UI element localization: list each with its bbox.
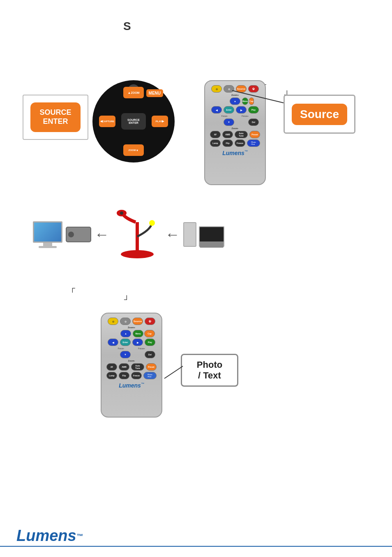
- remote-top: ⊙ ⊙ Source ⏻ Zoom+ ▲ Menu Cap ◀ Enter ▶: [204, 80, 266, 185]
- freeze-btn-b[interactable]: Freeze: [131, 372, 142, 379]
- flip-btn[interactable]: Flip: [222, 139, 233, 147]
- lumens-logo: Lumens™: [16, 527, 83, 545]
- settings-btn[interactable]: ⊙: [224, 85, 234, 93]
- remote-brand-text-bottom: Lumens: [119, 382, 141, 389]
- top-section-marker: S: [123, 20, 131, 33]
- play-label: PLAY: [156, 120, 162, 123]
- monitor-icon: [33, 221, 62, 243]
- capture-button[interactable]: ◀ CAPTURE: [99, 116, 115, 127]
- source-btn-remote[interactable]: Source: [236, 85, 247, 93]
- lumens-tm: ™: [76, 533, 83, 540]
- dpad-diagram: ⏻ ▲ ZOOM MENU SOURCE ENTER ◀ CAPTURE PLA…: [92, 80, 183, 171]
- preset-btn-b[interactable]: Preset: [146, 363, 157, 371]
- auto-tune-btn-b[interactable]: AutoTune: [131, 363, 144, 371]
- del-btn-b[interactable]: Del: [145, 351, 155, 358]
- enter-btn-b[interactable]: Enter: [120, 339, 131, 346]
- play-button[interactable]: PLAY ▶: [152, 116, 168, 127]
- remote-lumens-brand-bottom: Lumens™: [119, 382, 144, 389]
- power-btn-b[interactable]: ⏻: [145, 318, 155, 325]
- af-btn[interactable]: AF: [210, 131, 221, 138]
- play-btn-remote[interactable]: Play: [248, 106, 259, 114]
- awb-btn[interactable]: AWB: [222, 131, 233, 138]
- bracket-close-2: ┘: [124, 295, 129, 304]
- text-label: / Text: [197, 370, 222, 381]
- page: S ┌ ┘ SOURCE ENTER ⏻ ▲ ZOOM MENU SOURCE …: [0, 0, 392, 557]
- nav-up-btn[interactable]: ▲: [230, 97, 240, 105]
- af-btn-b[interactable]: AF: [106, 363, 117, 371]
- source-label: SOURCE: [39, 108, 71, 117]
- zoom-up-button[interactable]: ▲ ZOOM: [123, 87, 144, 98]
- monitor-base: [39, 246, 57, 248]
- freeze-btn[interactable]: Freeze: [235, 139, 245, 147]
- circular-dpad: ⏻ ▲ ZOOM MENU SOURCE ENTER ◀ CAPTURE PLA…: [92, 80, 175, 162]
- zoom-minus-label-b: Zoom-: [128, 360, 135, 362]
- focus-row-b: Focus- Focus+: [118, 347, 145, 350]
- photo-text-label: Photo / Text: [197, 360, 222, 381]
- photo-text-badge: Photo / Text: [181, 354, 238, 387]
- connector-line-2: [164, 366, 183, 378]
- svg-rect-1: [136, 222, 139, 253]
- zoom-down-button[interactable]: ZOOM ▼: [123, 144, 144, 156]
- nav-down-btn[interactable]: ▼: [224, 118, 234, 126]
- power-btn-remote[interactable]: ⏻: [248, 85, 259, 93]
- brightness-btn-b[interactable]: ⊙: [108, 318, 118, 325]
- remote-lumens-brand-top: Lumens™: [222, 150, 248, 156]
- preset-btn[interactable]: Preset: [249, 131, 260, 138]
- bottom-divider: [0, 546, 392, 547]
- settings-btn-b[interactable]: ⊙: [120, 318, 131, 325]
- nav-up-btn-b[interactable]: ▲: [120, 330, 131, 337]
- connection-diagram: ← ←: [33, 206, 376, 263]
- remote-top-row: ⊙ ⊙ Source ⏻: [211, 85, 259, 93]
- remote-detail-bottom: ⊙ ⊙ Source ⏻ Zoom+ ▲ Menu Cap ◀ Enter ▶ …: [101, 313, 162, 418]
- af-row: AF AWB AutoTune Preset: [210, 131, 260, 138]
- auto-tune-btn[interactable]: AutoTune: [235, 131, 248, 138]
- play-btn-b[interactable]: Play: [145, 339, 155, 346]
- del-btn[interactable]: Del: [248, 118, 259, 126]
- source-enter-button[interactable]: SOURCE ENTER: [30, 102, 80, 132]
- source-btn-b[interactable]: Source: [132, 318, 143, 325]
- source-enter-dpad[interactable]: SOURCE ENTER: [121, 113, 146, 130]
- flip-btn-b[interactable]: Flip: [119, 372, 129, 379]
- lamp-btn-b[interactable]: Lamp: [106, 372, 117, 379]
- zoom-up-label: ZOOM: [131, 91, 139, 94]
- brightness-btn[interactable]: ⊙: [211, 85, 222, 93]
- awb-btn-b[interactable]: AWB: [119, 363, 129, 371]
- remote-brand-text-top: Lumens: [222, 150, 244, 156]
- menu-button[interactable]: MENU: [146, 89, 163, 97]
- nav-down-row-b: ▼ Del: [108, 351, 155, 358]
- svg-point-4: [149, 220, 155, 226]
- menu-btn-remote[interactable]: Menu: [242, 97, 248, 105]
- source-badge-box: Source: [284, 95, 355, 134]
- nav-right-btn-b[interactable]: ▶: [132, 339, 143, 346]
- lamp-row: Lamp Flip Freeze Photo/Text: [210, 139, 260, 147]
- nav-row-1b: ▲ Menu Cap: [108, 330, 155, 337]
- lamp-btn[interactable]: Lamp: [210, 139, 221, 147]
- computer-device: [183, 222, 224, 247]
- zoom-minus-label: Zoom-: [232, 127, 239, 130]
- capture-btn-b[interactable]: Cap: [144, 330, 155, 337]
- lumens-logo-text: Lumens: [16, 527, 76, 544]
- projector-icon: [66, 227, 91, 242]
- nav-left-btn[interactable]: ◀: [211, 106, 222, 114]
- arrow-left-1: ←: [95, 227, 109, 242]
- nav-left-btn-b[interactable]: ◀: [108, 339, 118, 346]
- menu-btn-b[interactable]: Menu: [133, 330, 143, 337]
- enter-label: ENTER: [39, 117, 71, 126]
- nav-down-btn-b[interactable]: ▼: [120, 351, 131, 358]
- nav-right-btn[interactable]: ▶: [236, 106, 247, 114]
- focus-row: Focus- Focus+: [221, 115, 249, 117]
- arrow-left-2: ←: [165, 227, 180, 242]
- tower-icon: [183, 222, 196, 247]
- capture-btn-remote[interactable]: Cap: [249, 97, 254, 105]
- monitor-device: [33, 221, 62, 248]
- remote-bottom: ⊙ ⊙ Source ⏻ Zoom+ ▲ Menu Cap ◀ Enter ▶ …: [101, 313, 162, 420]
- remote-detail-top: ⊙ ⊙ Source ⏻ Zoom+ ▲ Menu Cap ◀ Enter ▶: [204, 80, 266, 185]
- svg-point-3: [120, 211, 123, 215]
- zoom-down-label: ZOOM: [129, 149, 136, 151]
- photo-text-btn-top[interactable]: Photo/Text: [247, 139, 260, 147]
- photo-text-btn-bottom[interactable]: Photo/Text: [143, 372, 157, 379]
- enter-btn-remote[interactable]: Enter: [224, 106, 234, 114]
- projector-lens: [68, 232, 74, 237]
- laptop-icon: [199, 226, 224, 247]
- doc-camera-device: [113, 210, 162, 259]
